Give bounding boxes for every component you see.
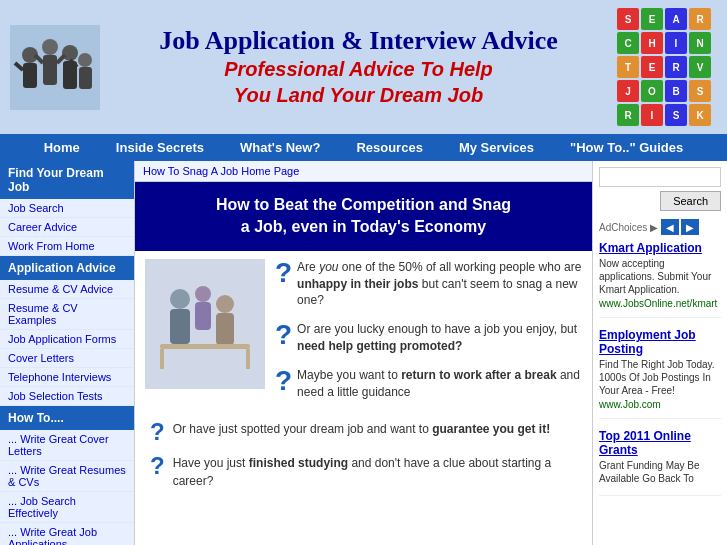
letter-block-e1: E bbox=[641, 8, 663, 30]
ad-block-2: Employment Job Posting Find The Right Jo… bbox=[599, 328, 721, 419]
svg-point-5 bbox=[62, 45, 78, 61]
svg-rect-18 bbox=[160, 344, 250, 349]
letter-block-b14: B bbox=[665, 80, 687, 102]
letter-block-o13: O bbox=[641, 80, 663, 102]
article-title-bar: How to Beat the Competition and Snag a J… bbox=[135, 182, 592, 251]
search-button[interactable]: Search bbox=[660, 191, 721, 211]
ad-block-1: Kmart Application Now accepting applicat… bbox=[599, 241, 721, 318]
search-box: Search bbox=[599, 167, 721, 211]
letter-blocks: SEARCHINTERVJOBSRISK bbox=[617, 8, 717, 126]
svg-point-7 bbox=[78, 53, 92, 67]
ad-choices-label: AdChoices bbox=[599, 222, 647, 233]
svg-rect-2 bbox=[23, 63, 37, 88]
ad-2-url: www.Job.com bbox=[599, 399, 721, 410]
question-mark-3: ? bbox=[275, 367, 292, 395]
ad-block-3: Top 2011 Online Grants Grant Funding May… bbox=[599, 429, 721, 496]
sidebar-item-selection-tests[interactable]: Job Selection Tests bbox=[0, 387, 134, 406]
nav-my-services[interactable]: My Services bbox=[441, 134, 552, 161]
letter-block-v11: V bbox=[689, 56, 711, 78]
letter-block-r3: R bbox=[689, 8, 711, 30]
svg-rect-17 bbox=[216, 313, 234, 345]
ad-2-title[interactable]: Employment Job Posting bbox=[599, 328, 721, 356]
ad-nav-prev[interactable]: ◀ bbox=[661, 219, 679, 235]
svg-rect-8 bbox=[79, 67, 92, 89]
sidebar-item-cover-letters[interactable]: Cover Letters bbox=[0, 349, 134, 368]
nav-how-to[interactable]: "How To.." Guides bbox=[552, 134, 701, 161]
letter-block-j12: J bbox=[617, 80, 639, 102]
letter-block-a2: A bbox=[665, 8, 687, 30]
sidebar-item-job-search-eff[interactable]: ... Job Search Effectively bbox=[0, 492, 134, 523]
header-logo bbox=[10, 25, 100, 110]
header: Job Application & Interview Advice Profe… bbox=[0, 0, 727, 134]
article-top: ? Are you one of the 50% of all working … bbox=[145, 259, 582, 413]
logo-image bbox=[10, 25, 100, 110]
main-nav: Home Inside Secrets What's New? Resource… bbox=[0, 134, 727, 161]
site-subtitle: Professional Advice To Help You Land You… bbox=[100, 56, 617, 108]
left-sidebar: Find Your Dream Job Job Search Career Ad… bbox=[0, 161, 135, 545]
article-lower: ? Or have just spotted your dream job an… bbox=[145, 420, 582, 490]
letter-block-e9: E bbox=[641, 56, 663, 78]
svg-point-14 bbox=[170, 289, 190, 309]
header-title-block: Job Application & Interview Advice Profe… bbox=[100, 21, 617, 113]
article-point-3: ? Maybe you want to return to work after… bbox=[275, 367, 582, 401]
ad-choices-bar: AdChoices ▶ ◀ ▶ bbox=[599, 219, 721, 235]
sidebar-item-job-forms[interactable]: Job Application Forms bbox=[0, 330, 134, 349]
question-mark-1: ? bbox=[275, 259, 292, 287]
svg-rect-20 bbox=[246, 349, 250, 369]
nav-inside-secrets[interactable]: Inside Secrets bbox=[98, 134, 222, 161]
sidebar-section-how-to: How To.... bbox=[0, 406, 134, 430]
sidebar-item-resume-cv-examples[interactable]: Resume & CV Examples bbox=[0, 299, 134, 330]
article-image bbox=[145, 259, 265, 389]
letter-block-i17: I bbox=[641, 104, 663, 126]
nav-home[interactable]: Home bbox=[26, 134, 98, 161]
lower-q-2: ? bbox=[150, 454, 165, 478]
ad-1-text: Now accepting applications. Submit Your … bbox=[599, 257, 721, 296]
article-body: ? Are you one of the 50% of all working … bbox=[135, 251, 592, 509]
ad-nav: ◀ ▶ bbox=[661, 219, 699, 235]
svg-point-3 bbox=[42, 39, 58, 55]
sidebar-item-work-from-home[interactable]: Work From Home bbox=[0, 237, 134, 256]
svg-rect-4 bbox=[43, 55, 57, 85]
breadcrumb-link[interactable]: How To Snag A Job Home Page bbox=[143, 165, 299, 177]
svg-rect-22 bbox=[195, 302, 211, 330]
sidebar-item-telephone-interviews[interactable]: Telephone Interviews bbox=[0, 368, 134, 387]
letter-block-s0: S bbox=[617, 8, 639, 30]
letter-block-r16: R bbox=[617, 104, 639, 126]
point-text-1: Are you one of the 50% of all working pe… bbox=[297, 259, 582, 309]
sidebar-item-write-cover[interactable]: ... Write Great Cover Letters bbox=[0, 430, 134, 461]
nav-whats-new[interactable]: What's New? bbox=[222, 134, 338, 161]
sidebar-item-career-advice[interactable]: Career Advice bbox=[0, 218, 134, 237]
letter-block-k19: K bbox=[689, 104, 711, 126]
ad-nav-next[interactable]: ▶ bbox=[681, 219, 699, 235]
point-text-2: Or are you lucky enough to have a job yo… bbox=[297, 321, 582, 355]
sidebar-item-write-resumes[interactable]: ... Write Great Resumes & CVs bbox=[0, 461, 134, 492]
breadcrumb: How To Snag A Job Home Page bbox=[135, 161, 592, 182]
letter-block-h5: H bbox=[641, 32, 663, 54]
svg-rect-15 bbox=[170, 309, 190, 344]
nav-resources[interactable]: Resources bbox=[338, 134, 440, 161]
lower-text-1: Or have just spotted your dream job and … bbox=[173, 420, 551, 438]
point-text-3: Maybe you want to return to work after a… bbox=[297, 367, 582, 401]
search-input[interactable] bbox=[599, 167, 721, 187]
ad-choices-icon: ▶ bbox=[650, 222, 658, 233]
ad-2-text: Find The Right Job Today. 1000s Of Job P… bbox=[599, 358, 721, 397]
ad-3-title[interactable]: Top 2011 Online Grants bbox=[599, 429, 721, 457]
letter-block-t8: T bbox=[617, 56, 639, 78]
sidebar-item-write-job-apps[interactable]: ... Write Great Job Applications bbox=[0, 523, 134, 545]
sidebar-item-job-search[interactable]: Job Search bbox=[0, 199, 134, 218]
ad-1-url: www.JobsOnline.net/kmart bbox=[599, 298, 721, 309]
svg-point-16 bbox=[216, 295, 234, 313]
letter-block-c4: C bbox=[617, 32, 639, 54]
ad-1-title[interactable]: Kmart Application bbox=[599, 241, 721, 255]
letter-block-s15: S bbox=[689, 80, 711, 102]
svg-point-21 bbox=[195, 286, 211, 302]
article-point-2: ? Or are you lucky enough to have a job … bbox=[275, 321, 582, 355]
letter-block-r10: R bbox=[665, 56, 687, 78]
right-sidebar: Search AdChoices ▶ ◀ ▶ Kmart Application… bbox=[592, 161, 727, 545]
lower-point-1: ? Or have just spotted your dream job an… bbox=[150, 420, 577, 444]
site-title: Job Application & Interview Advice bbox=[100, 26, 617, 56]
ad-3-text: Grant Funding May Be Available Go Back T… bbox=[599, 459, 721, 485]
letter-block-s18: S bbox=[665, 104, 687, 126]
sidebar-item-resume-cv-advice[interactable]: Resume & CV Advice bbox=[0, 280, 134, 299]
sidebar-section-find-job: Find Your Dream Job bbox=[0, 161, 134, 199]
